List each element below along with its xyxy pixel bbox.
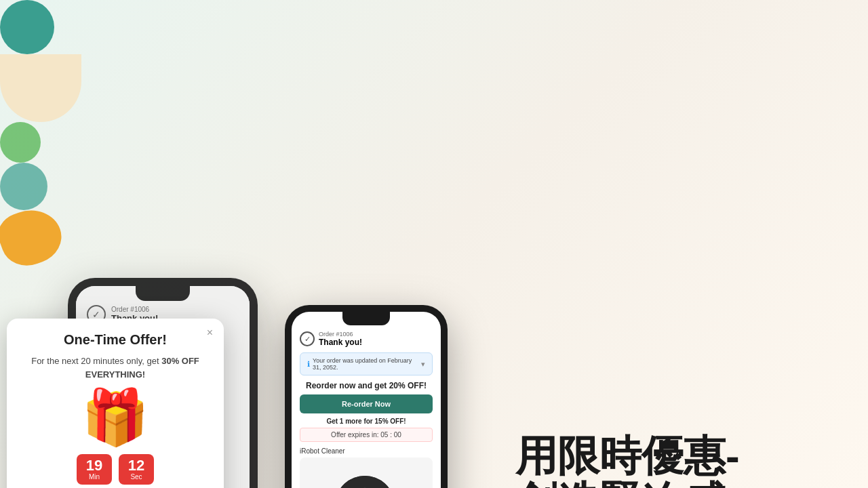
one-time-offer-popup: × One-Time Offer! For the next 20 minute… (7, 319, 224, 488)
timer-minutes: 19 Min (77, 454, 112, 485)
svg-point-2 (338, 476, 392, 488)
countdown-timer: 19 Min 12 Sec (23, 454, 208, 485)
bg-decoration-cream (0, 54, 81, 122)
left-phone-notch (136, 286, 190, 301)
popup-subtitle-text1: For the next 20 minutes only, get (31, 356, 161, 366)
timer-minutes-value: 19 (85, 458, 104, 473)
reorder-button[interactable]: Re-order Now (300, 394, 433, 413)
heading-line1: 用限時優惠- (515, 432, 740, 479)
product-label: iRobot Cleaner (300, 447, 433, 455)
close-button[interactable]: × (207, 327, 213, 339)
timer-seconds: 12 Sec (119, 454, 154, 485)
center-phone-notch (342, 312, 390, 325)
timer-seconds-value: 12 (127, 458, 146, 473)
center-phone-frame: ✓ Order #1006 Thank you! ℹ Your order wa… (285, 305, 448, 488)
bg-decoration-teal-bottom (0, 163, 47, 210)
bg-decoration-teal (0, 0, 54, 54)
center-order-text: Order #1006 Thank you! (319, 331, 362, 347)
chevron-down-icon: ▾ (421, 360, 425, 369)
timer-seconds-label: Sec (127, 473, 146, 481)
check-icon-center: ✓ (300, 331, 315, 346)
offer-expires: Offer expires in: 05 : 00 (300, 428, 433, 442)
center-phone-content: ✓ Order #1006 Thank you! ℹ Your order wa… (292, 312, 441, 488)
gift-box-emoji: 🎁 (23, 390, 208, 445)
main-container: ✓ Order #1006 Thank you! Select 120x30 ▼ (0, 264, 868, 488)
robot-vacuum-image (332, 468, 400, 488)
center-phone-screen: ✓ Order #1006 Thank you! ℹ Your order wa… (292, 312, 441, 488)
center-order-header: ✓ Order #1006 Thank you! (300, 331, 433, 347)
reorder-banner: Reorder now and get 20% OFF! (300, 381, 433, 390)
bg-decoration-orange (0, 201, 68, 273)
center-thank-you: Thank you! (319, 338, 362, 347)
main-heading: 用限時優惠- 創造緊迫感 (515, 433, 827, 488)
product-image-area (300, 458, 433, 488)
get-more-text: Get 1 more for 15% OFF! (300, 418, 433, 425)
heading-line2: 創造緊迫感 (515, 479, 726, 488)
left-phone-area: ✓ Order #1006 Thank you! Select 120x30 ▼ (27, 278, 258, 488)
popup-title: One-Time Offer! (23, 332, 208, 348)
right-text-area: 用限時優惠- 創造緊迫感 以稀缺性為導向，將一次銷售轉化為多次銷售。 (475, 433, 841, 488)
popup-subtitle: For the next 20 minutes only, get 30% OF… (23, 354, 208, 381)
center-order-number: Order #1006 (319, 331, 362, 338)
info-banner-text: Your order was updated on February 31, 2… (313, 357, 421, 371)
info-banner: ℹ Your order was updated on February 31,… (300, 352, 433, 375)
bg-decoration-green (0, 122, 41, 163)
timer-minutes-label: Min (85, 473, 104, 481)
left-order-number: Order #1006 (111, 306, 158, 313)
info-icon: ℹ (307, 360, 310, 369)
center-phone-area: ✓ Order #1006 Thank you! ℹ Your order wa… (285, 305, 461, 488)
